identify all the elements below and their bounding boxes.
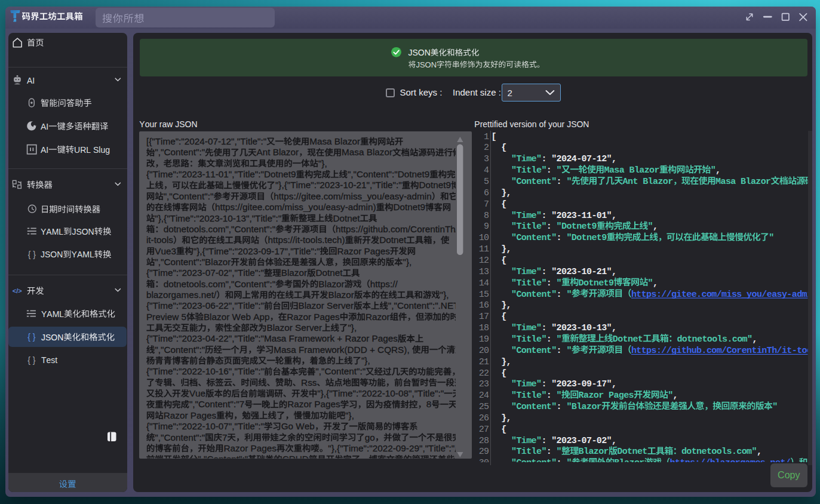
svg-text:,: , <box>757 447 761 457</box>
svg-text:Razor Pages: Razor Pages <box>224 443 277 453</box>
svg-text:Blazor Server: Blazor Server <box>267 322 323 333</box>
svg-text:},: }, <box>491 244 511 254</box>
svg-text:: "2023-10-13",: : "2023-10-13", <box>541 323 616 333</box>
svg-text:12: 12 <box>479 256 489 266</box>
svg-text:11: 11 <box>479 244 489 254</box>
svg-text:": " <box>566 458 571 468</box>
svg-text:Indent size :: Indent size : <box>453 87 501 97</box>
svg-text:},: }, <box>491 300 511 311</box>
svg-text:9: 9 <box>484 222 489 232</box>
svg-text:23: 23 <box>479 379 489 389</box>
svg-text:25: 25 <box>479 402 489 412</box>
svg-text:Vue3: Vue3 <box>155 246 176 256</box>
svg-text::: : <box>546 391 557 401</box>
svg-text:Razor Pages: Razor Pages <box>579 391 634 401</box>
svg-text:","Content":": ","Content":" <box>155 147 205 157</box>
svg-text:Razor Pages: Razor Pages <box>164 410 217 420</box>
svg-text:18: 18 <box>479 323 489 333</box>
svg-text:8: 8 <box>484 211 489 221</box>
svg-text:{ }: { } <box>27 332 36 342</box>
svg-text:Dotnet9: Dotnet9 <box>579 278 614 288</box>
svg-text:https://github.com/CorentinTh/: https://github.com/CorentinTh/ <box>336 224 459 234</box>
svg-text:URL Slug: URL Slug <box>74 145 110 155</box>
svg-text:: "2023-11-01",: : "2023-11-01", <box>541 211 616 221</box>
svg-text:": " <box>668 391 672 401</box>
svg-text:"},: "}, <box>440 290 449 300</box>
svg-text:AI: AI <box>41 122 48 131</box>
svg-text:7: 7 <box>222 432 228 442</box>
svg-text:15: 15 <box>479 290 489 300</box>
svg-text:": " <box>772 402 777 412</box>
svg-text:26: 26 <box>479 413 489 423</box>
svg-text:{"Time":"2023-04-22","Title":": {"Time":"2023-04-22","Title":"Masa Frame… <box>146 333 398 343</box>
svg-text:"Time": "Time" <box>511 211 541 221</box>
svg-text::: : <box>557 402 567 412</box>
svg-text::: : <box>546 222 557 232</box>
svg-text:Dotnet9: Dotnet9 <box>419 180 452 190</box>
svg-text::: : <box>557 346 567 356</box>
svg-text:https://blazorgames.net/: https://blazorgames.net/ <box>670 458 791 468</box>
svg-text:","Content":": ","Content":" <box>164 191 214 201</box>
svg-text:https://: https:// <box>370 279 398 289</box>
svg-text:"},: "}, <box>361 355 370 365</box>
svg-text:Razor: Razor <box>366 312 390 322</box>
svg-text:"Content": "Content" <box>511 177 557 187</box>
svg-text:"},: "}, <box>318 158 327 168</box>
svg-text:"},{"Time":"2023-10-21","Title: "},{"Time":"2023-10-21","Title":" <box>275 180 402 190</box>
svg-text:2: 2 <box>508 88 512 98</box>
svg-text:: "2023-07-02",: : "2023-07-02", <box>541 436 616 446</box>
svg-text:Masa Blazor: Masa Blazor <box>715 177 770 187</box>
svg-text:21: 21 <box>479 357 489 367</box>
svg-text:14: 14 <box>479 278 489 288</box>
svg-text:{: { <box>491 425 506 435</box>
svg-text:[{"Time":"2024-07-12","Title":: [{"Time":"2024-07-12","Title":" <box>146 136 266 146</box>
svg-text:Dotnet9: Dotnet9 <box>394 202 426 212</box>
svg-text:</>: </> <box>13 287 22 294</box>
svg-text:Masa Blazor: Masa Blazor <box>342 147 392 157</box>
svg-text:Blazor Web App: Blazor Web App <box>204 312 270 322</box>
svg-text:": " <box>566 290 571 300</box>
svg-text:"Content": "Content" <box>511 402 557 412</box>
svg-text:JSON: JSON <box>41 250 63 259</box>
svg-text:Sort keys :: Sort keys : <box>400 87 443 97</box>
svg-text:": " <box>557 334 561 345</box>
svg-text:","Content":": ","Content":" <box>155 432 205 442</box>
svg-text:,: , <box>673 391 678 401</box>
svg-text:Dotnet: Dotnet <box>613 334 643 345</box>
svg-text:{: { <box>491 143 506 153</box>
svg-text:Prettified version of your JSO: Prettified version of your JSON <box>474 119 589 129</box>
svg-text:AI: AI <box>41 145 48 155</box>
svg-text:"Time": "Time" <box>511 154 541 164</box>
svg-text:dotnetools.com": dotnetools.com" <box>681 447 757 457</box>
svg-text:"Time": "Time" <box>511 267 541 277</box>
svg-text:JSON: JSON <box>416 60 437 69</box>
svg-text:"Title": "Title" <box>511 165 546 176</box>
svg-text:{"Time":"2022-10-16","Title":": {"Time":"2022-10-16","Title":" <box>146 366 264 376</box>
svg-text:{: { <box>491 312 506 322</box>
svg-text:Dotnet: Dotnet <box>617 447 647 457</box>
svg-text:Razor Pages: Razor Pages <box>287 399 340 409</box>
svg-text:"Title": "Title" <box>511 447 546 457</box>
svg-text:{"Time":"2022-10-07","Title":": {"Time":"2022-10-07","Title":" <box>146 421 264 431</box>
svg-text:Blazor: Blazor <box>614 458 644 468</box>
svg-text:Rss: Rss <box>301 377 317 388</box>
svg-text:30: 30 <box>479 458 489 468</box>
svg-text:{"Time":"2023-06-22","Title":": {"Time":"2023-06-22","Title":" <box>146 300 264 311</box>
svg-text:Dotnet: Dotnet <box>379 235 407 245</box>
svg-text:{: { <box>491 199 506 210</box>
svg-text:1: 1 <box>484 132 489 142</box>
svg-text:29: 29 <box>479 447 489 457</box>
svg-text:"Time": "Time" <box>511 436 541 446</box>
svg-text:"},{"Time":"2023-10-13","Title: "},{"Time":"2023-10-13","Title":" <box>155 213 281 223</box>
svg-text:YAML: YAML <box>41 227 63 236</box>
svg-text:"},: "}, <box>403 257 412 267</box>
svg-text:"Title": "Title" <box>511 334 546 345</box>
svg-text:","Content":"7: ","Content":"7 <box>189 399 244 409</box>
svg-text:"Blazor: "Blazor <box>566 402 601 412</box>
svg-text:"Dotnet9: "Dotnet9 <box>566 233 607 243</box>
svg-text:": " <box>566 346 571 356</box>
svg-text:3: 3 <box>484 154 489 164</box>
svg-text:27: 27 <box>479 425 489 435</box>
svg-text:CRUD: CRUD <box>282 454 309 464</box>
svg-text:": " <box>648 222 653 232</box>
